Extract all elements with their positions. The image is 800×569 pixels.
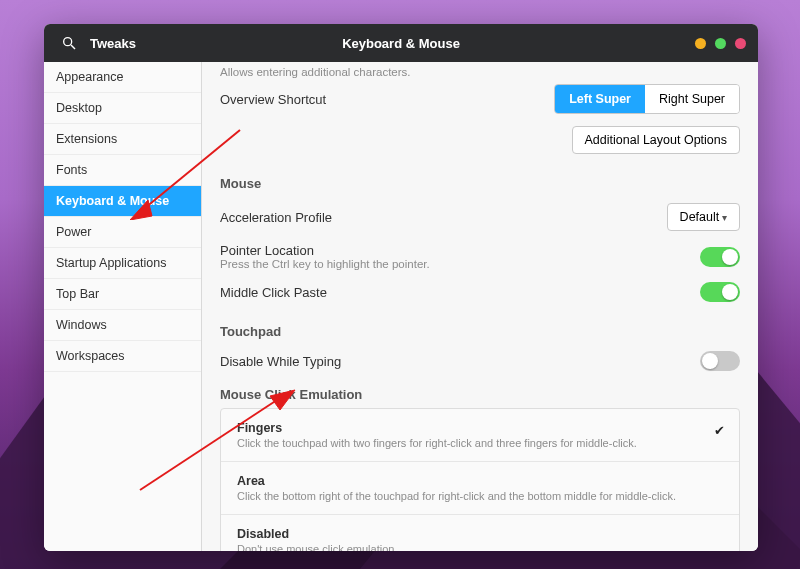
overview-shortcut-label: Overview Shortcut bbox=[220, 92, 554, 107]
acceleration-profile-row: Acceleration Profile Default bbox=[220, 197, 740, 237]
pointer-location-row: Pointer Location Press the Ctrl key to h… bbox=[220, 237, 740, 276]
emulation-option-title: Fingers bbox=[237, 421, 723, 435]
touchpad-section-header: Touchpad bbox=[220, 324, 740, 339]
middle-click-paste-switch[interactable] bbox=[700, 282, 740, 302]
additional-layout-row: Additional Layout Options bbox=[220, 120, 740, 160]
minimize-button[interactable] bbox=[695, 38, 706, 49]
disable-while-typing-switch[interactable] bbox=[700, 351, 740, 371]
emulation-option-title: Disabled bbox=[237, 527, 723, 541]
sidebar-item-keyboard-mouse[interactable]: Keyboard & Mouse bbox=[44, 186, 201, 217]
sidebar-item-extensions[interactable]: Extensions bbox=[44, 124, 201, 155]
mouse-section-header: Mouse bbox=[220, 176, 740, 191]
svg-line-1 bbox=[71, 45, 75, 49]
svg-point-0 bbox=[64, 38, 72, 46]
left-super-button[interactable]: Left Super bbox=[555, 85, 645, 113]
emulation-option-fingers[interactable]: FingersClick the touchpad with two finge… bbox=[221, 409, 739, 462]
emulation-option-title: Area bbox=[237, 474, 723, 488]
sidebar-item-power[interactable]: Power bbox=[44, 217, 201, 248]
sidebar-item-windows[interactable]: Windows bbox=[44, 310, 201, 341]
close-button[interactable] bbox=[735, 38, 746, 49]
middle-click-paste-row: Middle Click Paste bbox=[220, 276, 740, 308]
emulation-option-description: Click the bottom right of the touchpad f… bbox=[237, 490, 723, 502]
disable-while-typing-row: Disable While Typing bbox=[220, 345, 740, 377]
sidebar-item-workspaces[interactable]: Workspaces bbox=[44, 341, 201, 372]
emulation-option-disabled[interactable]: DisabledDon't use mouse click emulation. bbox=[221, 515, 739, 551]
window-controls bbox=[695, 38, 746, 49]
emulation-option-description: Don't use mouse click emulation. bbox=[237, 543, 723, 551]
app-title: Tweaks bbox=[90, 36, 136, 51]
additional-layout-options-button[interactable]: Additional Layout Options bbox=[572, 126, 740, 154]
header-title: Keyboard & Mouse bbox=[44, 36, 758, 51]
maximize-button[interactable] bbox=[715, 38, 726, 49]
sidebar-item-desktop[interactable]: Desktop bbox=[44, 93, 201, 124]
emulation-option-description: Click the touchpad with two fingers for … bbox=[237, 437, 723, 449]
pointer-location-switch[interactable] bbox=[700, 247, 740, 267]
pointer-location-description: Press the Ctrl key to highlight the poin… bbox=[220, 258, 700, 270]
sidebar-item-appearance[interactable]: Appearance bbox=[44, 62, 201, 93]
truncated-description: Allows entering additional characters. bbox=[220, 62, 740, 78]
search-icon bbox=[61, 35, 77, 51]
sidebar-item-startup-applications[interactable]: Startup Applications bbox=[44, 248, 201, 279]
emulation-option-area[interactable]: AreaClick the bottom right of the touchp… bbox=[221, 462, 739, 515]
search-button[interactable] bbox=[56, 35, 82, 51]
disable-while-typing-label: Disable While Typing bbox=[220, 354, 700, 369]
overview-shortcut-row: Overview Shortcut Left Super Right Super bbox=[220, 78, 740, 120]
right-super-button[interactable]: Right Super bbox=[645, 85, 739, 113]
sidebar-item-top-bar[interactable]: Top Bar bbox=[44, 279, 201, 310]
pointer-location-label: Pointer Location bbox=[220, 243, 700, 258]
sidebar-item-fonts[interactable]: Fonts bbox=[44, 155, 201, 186]
acceleration-profile-dropdown[interactable]: Default bbox=[667, 203, 740, 231]
mouse-click-emulation-list: FingersClick the touchpad with two finge… bbox=[220, 408, 740, 551]
titlebar: Tweaks Keyboard & Mouse bbox=[44, 24, 758, 62]
sidebar: AppearanceDesktopExtensionsFontsKeyboard… bbox=[44, 62, 202, 551]
tweaks-window: Tweaks Keyboard & Mouse AppearanceDeskto… bbox=[44, 24, 758, 551]
overview-shortcut-toggle: Left Super Right Super bbox=[554, 84, 740, 114]
check-icon: ✔ bbox=[714, 423, 725, 438]
content-pane: Allows entering additional characters. O… bbox=[202, 62, 758, 551]
acceleration-profile-label: Acceleration Profile bbox=[220, 210, 667, 225]
middle-click-paste-label: Middle Click Paste bbox=[220, 285, 700, 300]
mouse-click-emulation-header: Mouse Click Emulation bbox=[220, 387, 740, 402]
